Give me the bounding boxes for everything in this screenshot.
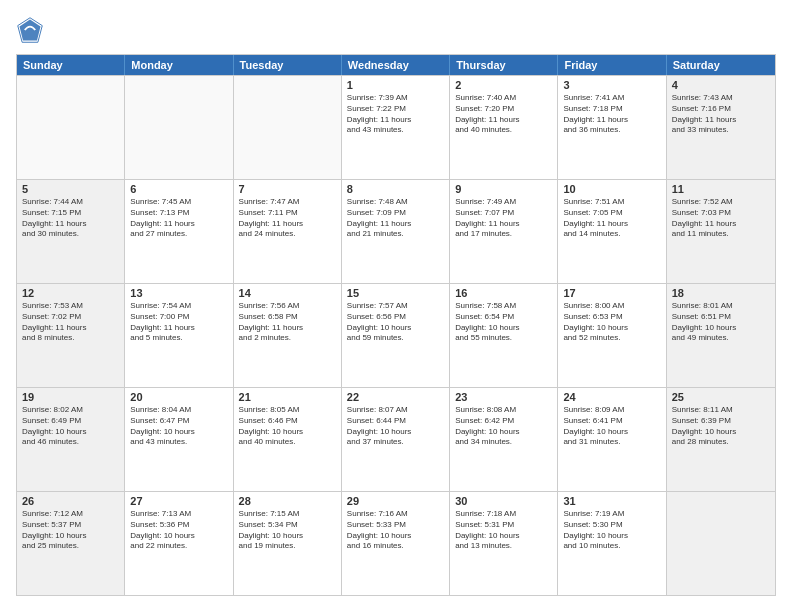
calendar-cell: 7Sunrise: 7:47 AM Sunset: 7:11 PM Daylig…: [234, 180, 342, 283]
cell-info: Sunrise: 7:51 AM Sunset: 7:05 PM Dayligh…: [563, 197, 660, 240]
calendar-cell: 15Sunrise: 7:57 AM Sunset: 6:56 PM Dayli…: [342, 284, 450, 387]
calendar-cell: 8Sunrise: 7:48 AM Sunset: 7:09 PM Daylig…: [342, 180, 450, 283]
day-number: 19: [22, 391, 119, 403]
weekday-header: Wednesday: [342, 55, 450, 75]
cell-info: Sunrise: 7:54 AM Sunset: 7:00 PM Dayligh…: [130, 301, 227, 344]
calendar-cell: 31Sunrise: 7:19 AM Sunset: 5:30 PM Dayli…: [558, 492, 666, 595]
calendar-cell: 13Sunrise: 7:54 AM Sunset: 7:00 PM Dayli…: [125, 284, 233, 387]
cell-info: Sunrise: 7:48 AM Sunset: 7:09 PM Dayligh…: [347, 197, 444, 240]
day-number: 11: [672, 183, 770, 195]
calendar-cell: [234, 76, 342, 179]
cell-info: Sunrise: 7:18 AM Sunset: 5:31 PM Dayligh…: [455, 509, 552, 552]
day-number: 12: [22, 287, 119, 299]
day-number: 29: [347, 495, 444, 507]
cell-info: Sunrise: 8:08 AM Sunset: 6:42 PM Dayligh…: [455, 405, 552, 448]
calendar-cell: 9Sunrise: 7:49 AM Sunset: 7:07 PM Daylig…: [450, 180, 558, 283]
calendar-cell: 6Sunrise: 7:45 AM Sunset: 7:13 PM Daylig…: [125, 180, 233, 283]
calendar-cell: 2Sunrise: 7:40 AM Sunset: 7:20 PM Daylig…: [450, 76, 558, 179]
day-number: 15: [347, 287, 444, 299]
calendar-cell: 5Sunrise: 7:44 AM Sunset: 7:15 PM Daylig…: [17, 180, 125, 283]
cell-info: Sunrise: 7:49 AM Sunset: 7:07 PM Dayligh…: [455, 197, 552, 240]
calendar-cell: 26Sunrise: 7:12 AM Sunset: 5:37 PM Dayli…: [17, 492, 125, 595]
calendar-cell: 11Sunrise: 7:52 AM Sunset: 7:03 PM Dayli…: [667, 180, 775, 283]
day-number: 27: [130, 495, 227, 507]
calendar-row: 12Sunrise: 7:53 AM Sunset: 7:02 PM Dayli…: [17, 283, 775, 387]
calendar-cell: 18Sunrise: 8:01 AM Sunset: 6:51 PM Dayli…: [667, 284, 775, 387]
calendar-row: 19Sunrise: 8:02 AM Sunset: 6:49 PM Dayli…: [17, 387, 775, 491]
weekday-header: Friday: [558, 55, 666, 75]
day-number: 1: [347, 79, 444, 91]
day-number: 5: [22, 183, 119, 195]
page: SundayMondayTuesdayWednesdayThursdayFrid…: [0, 0, 792, 612]
calendar-cell: 17Sunrise: 8:00 AM Sunset: 6:53 PM Dayli…: [558, 284, 666, 387]
day-number: 9: [455, 183, 552, 195]
calendar-cell: 29Sunrise: 7:16 AM Sunset: 5:33 PM Dayli…: [342, 492, 450, 595]
day-number: 2: [455, 79, 552, 91]
day-number: 20: [130, 391, 227, 403]
day-number: 8: [347, 183, 444, 195]
calendar-cell: [125, 76, 233, 179]
calendar-cell: 1Sunrise: 7:39 AM Sunset: 7:22 PM Daylig…: [342, 76, 450, 179]
cell-info: Sunrise: 7:15 AM Sunset: 5:34 PM Dayligh…: [239, 509, 336, 552]
cell-info: Sunrise: 7:53 AM Sunset: 7:02 PM Dayligh…: [22, 301, 119, 344]
calendar-cell: 4Sunrise: 7:43 AM Sunset: 7:16 PM Daylig…: [667, 76, 775, 179]
cell-info: Sunrise: 7:58 AM Sunset: 6:54 PM Dayligh…: [455, 301, 552, 344]
weekday-header: Sunday: [17, 55, 125, 75]
cell-info: Sunrise: 8:11 AM Sunset: 6:39 PM Dayligh…: [672, 405, 770, 448]
cell-info: Sunrise: 7:41 AM Sunset: 7:18 PM Dayligh…: [563, 93, 660, 136]
day-number: 4: [672, 79, 770, 91]
day-number: 28: [239, 495, 336, 507]
cell-info: Sunrise: 8:02 AM Sunset: 6:49 PM Dayligh…: [22, 405, 119, 448]
cell-info: Sunrise: 8:01 AM Sunset: 6:51 PM Dayligh…: [672, 301, 770, 344]
day-number: 14: [239, 287, 336, 299]
day-number: 30: [455, 495, 552, 507]
day-number: 16: [455, 287, 552, 299]
day-number: 22: [347, 391, 444, 403]
calendar-cell: 28Sunrise: 7:15 AM Sunset: 5:34 PM Dayli…: [234, 492, 342, 595]
day-number: 17: [563, 287, 660, 299]
day-number: 24: [563, 391, 660, 403]
cell-info: Sunrise: 8:05 AM Sunset: 6:46 PM Dayligh…: [239, 405, 336, 448]
calendar-cell: 10Sunrise: 7:51 AM Sunset: 7:05 PM Dayli…: [558, 180, 666, 283]
calendar-row: 26Sunrise: 7:12 AM Sunset: 5:37 PM Dayli…: [17, 491, 775, 595]
calendar-cell: 12Sunrise: 7:53 AM Sunset: 7:02 PM Dayli…: [17, 284, 125, 387]
calendar-cell: 23Sunrise: 8:08 AM Sunset: 6:42 PM Dayli…: [450, 388, 558, 491]
logo-icon: [16, 16, 44, 44]
calendar-cell: 14Sunrise: 7:56 AM Sunset: 6:58 PM Dayli…: [234, 284, 342, 387]
day-number: 6: [130, 183, 227, 195]
day-number: 3: [563, 79, 660, 91]
weekday-header: Monday: [125, 55, 233, 75]
cell-info: Sunrise: 8:00 AM Sunset: 6:53 PM Dayligh…: [563, 301, 660, 344]
day-number: 13: [130, 287, 227, 299]
calendar-cell: 25Sunrise: 8:11 AM Sunset: 6:39 PM Dayli…: [667, 388, 775, 491]
cell-info: Sunrise: 7:52 AM Sunset: 7:03 PM Dayligh…: [672, 197, 770, 240]
weekday-header: Tuesday: [234, 55, 342, 75]
day-number: 10: [563, 183, 660, 195]
cell-info: Sunrise: 7:12 AM Sunset: 5:37 PM Dayligh…: [22, 509, 119, 552]
logo: [16, 16, 48, 44]
calendar-cell: 30Sunrise: 7:18 AM Sunset: 5:31 PM Dayli…: [450, 492, 558, 595]
weekday-header: Saturday: [667, 55, 775, 75]
calendar-cell: 16Sunrise: 7:58 AM Sunset: 6:54 PM Dayli…: [450, 284, 558, 387]
day-number: 18: [672, 287, 770, 299]
calendar-body: 1Sunrise: 7:39 AM Sunset: 7:22 PM Daylig…: [17, 75, 775, 595]
calendar-header: SundayMondayTuesdayWednesdayThursdayFrid…: [17, 55, 775, 75]
cell-info: Sunrise: 7:45 AM Sunset: 7:13 PM Dayligh…: [130, 197, 227, 240]
day-number: 23: [455, 391, 552, 403]
calendar-cell: 22Sunrise: 8:07 AM Sunset: 6:44 PM Dayli…: [342, 388, 450, 491]
cell-info: Sunrise: 7:40 AM Sunset: 7:20 PM Dayligh…: [455, 93, 552, 136]
day-number: 31: [563, 495, 660, 507]
cell-info: Sunrise: 7:44 AM Sunset: 7:15 PM Dayligh…: [22, 197, 119, 240]
cell-info: Sunrise: 8:04 AM Sunset: 6:47 PM Dayligh…: [130, 405, 227, 448]
calendar-row: 1Sunrise: 7:39 AM Sunset: 7:22 PM Daylig…: [17, 75, 775, 179]
cell-info: Sunrise: 7:47 AM Sunset: 7:11 PM Dayligh…: [239, 197, 336, 240]
calendar-cell: [667, 492, 775, 595]
calendar-cell: 3Sunrise: 7:41 AM Sunset: 7:18 PM Daylig…: [558, 76, 666, 179]
weekday-header: Thursday: [450, 55, 558, 75]
cell-info: Sunrise: 7:56 AM Sunset: 6:58 PM Dayligh…: [239, 301, 336, 344]
cell-info: Sunrise: 7:19 AM Sunset: 5:30 PM Dayligh…: [563, 509, 660, 552]
cell-info: Sunrise: 8:07 AM Sunset: 6:44 PM Dayligh…: [347, 405, 444, 448]
cell-info: Sunrise: 7:16 AM Sunset: 5:33 PM Dayligh…: [347, 509, 444, 552]
cell-info: Sunrise: 7:43 AM Sunset: 7:16 PM Dayligh…: [672, 93, 770, 136]
cell-info: Sunrise: 7:57 AM Sunset: 6:56 PM Dayligh…: [347, 301, 444, 344]
